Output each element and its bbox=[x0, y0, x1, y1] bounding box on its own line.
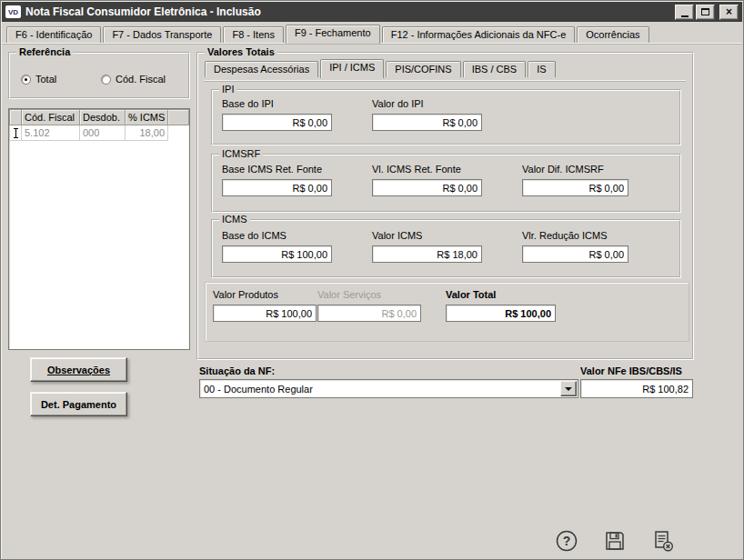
icmsrf-groupbox: ICMSRF Base ICMS Ret. Fonte Vl. ICMS Ret… bbox=[211, 154, 681, 213]
base-icms-ret-fonte-input[interactable] bbox=[222, 179, 332, 196]
vl-icms-ret-fonte-label: Vl. ICMS Ret. Fonte bbox=[372, 164, 482, 175]
valor-dif-icmsrf-label: Valor Dif. ICMSRF bbox=[522, 164, 628, 175]
valor-servicos-input bbox=[317, 305, 421, 322]
valor-ipi-input[interactable] bbox=[372, 114, 482, 131]
row-edit-marker-icon bbox=[13, 128, 19, 138]
window-controls: × bbox=[675, 5, 739, 20]
cell-desdob[interactable]: 000 bbox=[80, 125, 126, 141]
grid-header-desdob[interactable]: Desdob. bbox=[80, 110, 126, 125]
save-icon bbox=[603, 529, 627, 553]
minimize-button[interactable] bbox=[675, 5, 694, 20]
situacao-nf-combobox[interactable]: 00 - Documento Regular bbox=[199, 379, 578, 398]
tab-f8-itens[interactable]: F8 - Itens bbox=[223, 26, 283, 43]
icms-groupbox: ICMS Base do ICMS Valor ICMS Vlr. Reduçã… bbox=[211, 219, 681, 278]
help-button[interactable]: ? bbox=[554, 528, 579, 554]
main-tabs: F6 - Identificação F7 - Dados Transporte… bbox=[6, 25, 651, 43]
help-icon: ? bbox=[555, 529, 578, 553]
valores-totais-title: Valores Totais bbox=[205, 46, 277, 58]
maximize-button[interactable] bbox=[696, 5, 715, 20]
radio-unselected-icon bbox=[101, 75, 111, 85]
valor-produtos-field: Valor Produtos bbox=[213, 289, 317, 322]
valor-ipi-label: Valor do IPI bbox=[372, 98, 482, 109]
valor-servicos-field: Valor Serviços bbox=[317, 289, 421, 322]
valor-total-input[interactable] bbox=[446, 305, 556, 322]
cell-icms[interactable]: 18,00 bbox=[126, 125, 168, 141]
cell-filler bbox=[168, 125, 189, 141]
base-ipi-input[interactable] bbox=[222, 114, 332, 131]
tab-ocorrencias[interactable]: Ocorrências bbox=[577, 26, 648, 43]
base-ipi-label: Base do IPI bbox=[222, 98, 332, 109]
grid-header-selector bbox=[10, 110, 22, 125]
combobox-dropdown-button[interactable] bbox=[560, 381, 577, 396]
valor-produtos-input[interactable] bbox=[213, 305, 317, 322]
base-icms-label: Base do ICMS bbox=[222, 230, 332, 241]
valor-nfe-label: Valor NFe IBS/CBS/IS bbox=[580, 365, 682, 376]
det-pagamento-button-label: Det. Pagamento bbox=[41, 399, 116, 410]
tab-f12-informacoes-adicionais[interactable]: F12 - Informações Adicionais da NFC-e bbox=[382, 26, 576, 43]
tab-ibs-cbs[interactable]: IBS / CBS bbox=[463, 61, 527, 77]
close-document-button[interactable] bbox=[650, 528, 676, 554]
totals-panel: Valor Produtos Valor Serviços Valor Tota… bbox=[205, 282, 689, 342]
table-row[interactable]: 5.102 000 18,00 bbox=[10, 125, 189, 141]
close-icon: × bbox=[726, 6, 732, 17]
close-document-icon bbox=[651, 529, 675, 553]
radio-total[interactable]: Total bbox=[21, 74, 56, 85]
vlr-reducao-icms-label: Vlr. Redução ICMS bbox=[522, 230, 628, 241]
close-button[interactable]: × bbox=[719, 5, 739, 20]
tab-ipi-icms[interactable]: IPI / ICMS bbox=[320, 59, 384, 78]
base-icms-ret-fonte-field: Base ICMS Ret. Fonte bbox=[222, 164, 332, 196]
observacoes-button[interactable]: Observações bbox=[30, 357, 127, 382]
valor-ipi-field: Valor do IPI bbox=[372, 98, 482, 131]
radio-selected-icon bbox=[21, 75, 31, 85]
valor-total-label: Valor Total bbox=[446, 289, 556, 300]
referencia-groupbox: Referência Total Cód. Fiscal bbox=[8, 52, 190, 99]
valor-total-field: Valor Total bbox=[446, 289, 556, 322]
radio-total-label: Total bbox=[35, 74, 56, 85]
base-icms-ret-fonte-label: Base ICMS Ret. Fonte bbox=[222, 164, 332, 175]
vl-icms-ret-fonte-input[interactable] bbox=[372, 179, 482, 196]
grid-header-icms[interactable]: % ICMS bbox=[126, 110, 168, 125]
situacao-nf-label: Situação da NF: bbox=[199, 365, 275, 376]
valor-produtos-label: Valor Produtos bbox=[213, 289, 317, 300]
valor-servicos-label: Valor Serviços bbox=[317, 289, 421, 300]
radio-cod-fiscal[interactable]: Cód. Fiscal bbox=[101, 74, 166, 85]
det-pagamento-button[interactable]: Det. Pagamento bbox=[30, 392, 127, 416]
grid-header-row: Cód. Fiscal Desdob. % ICMS bbox=[10, 110, 189, 125]
tab-f7-dados-transporte[interactable]: F7 - Dados Transporte bbox=[103, 26, 221, 43]
base-icms-input[interactable] bbox=[222, 245, 332, 263]
tab-is[interactable]: IS bbox=[528, 61, 555, 77]
valor-nfe-input[interactable] bbox=[580, 379, 693, 398]
valores-totais-groupbox: Valores Totais Despesas Acessórias IPI /… bbox=[196, 52, 694, 360]
save-button[interactable] bbox=[602, 528, 628, 554]
maximize-icon bbox=[701, 8, 709, 15]
valor-dif-icmsrf-input[interactable] bbox=[522, 179, 628, 196]
valor-icms-label: Valor ICMS bbox=[372, 230, 482, 241]
fiscal-grid[interactable]: Cód. Fiscal Desdob. % ICMS 5.102 000 18,… bbox=[8, 108, 190, 350]
tab-despesas-acessorias[interactable]: Despesas Acessórias bbox=[205, 61, 318, 77]
situacao-nf-selected-value: 00 - Documento Regular bbox=[200, 380, 559, 397]
cell-cod-fiscal[interactable]: 5.102 bbox=[22, 125, 80, 141]
valores-tabs: Despesas Acessórias IPI / ICMS PIS/COFIN… bbox=[205, 59, 558, 77]
inner-tab-divider bbox=[204, 80, 686, 81]
ipi-groupbox: IPI Base do IPI Valor do IPI bbox=[211, 89, 681, 145]
valor-icms-input[interactable] bbox=[372, 245, 482, 263]
row-selector-cell bbox=[10, 125, 22, 141]
radio-cod-fiscal-label: Cód. Fiscal bbox=[116, 74, 166, 85]
grid-header-cod-fiscal[interactable]: Cód. Fiscal bbox=[22, 110, 80, 125]
grid-header-filler bbox=[168, 110, 189, 125]
titlebar: VD Nota Fiscal Consumidor Eletrônica - I… bbox=[2, 2, 742, 22]
tab-f9-fechamento[interactable]: F9 - Fechamento bbox=[286, 25, 380, 44]
valor-nfe-field bbox=[580, 379, 693, 398]
window-title: Nota Fiscal Consumidor Eletrônica - Incl… bbox=[25, 5, 670, 18]
app-window: VD Nota Fiscal Consumidor Eletrônica - I… bbox=[0, 0, 744, 560]
vlr-reducao-icms-input[interactable] bbox=[522, 245, 628, 263]
valor-dif-icmsrf-field: Valor Dif. ICMSRF bbox=[522, 164, 628, 196]
tab-f6-identificacao[interactable]: F6 - Identificação bbox=[6, 26, 101, 43]
referencia-title: Referência bbox=[16, 46, 73, 58]
svg-text:?: ? bbox=[563, 534, 571, 548]
valor-icms-field: Valor ICMS bbox=[372, 230, 482, 263]
tab-pis-cofins[interactable]: PIS/COFINS bbox=[386, 61, 460, 77]
minimize-icon bbox=[681, 15, 689, 17]
observacoes-button-label: Observações bbox=[47, 365, 110, 375]
app-icon: VD bbox=[5, 5, 21, 18]
